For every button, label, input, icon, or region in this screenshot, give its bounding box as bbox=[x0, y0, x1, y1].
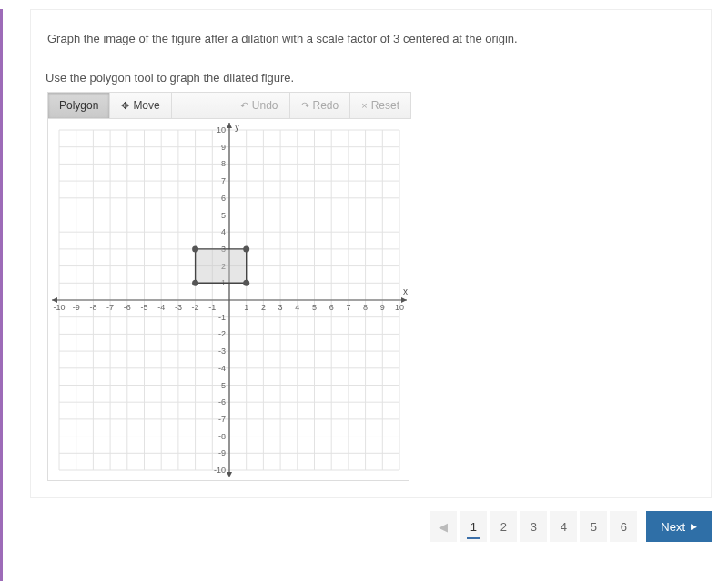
svg-text:-6: -6 bbox=[124, 303, 131, 312]
page-button-5[interactable]: 5 bbox=[580, 511, 607, 542]
footer-nav: ◀ 123456 Next ▶ bbox=[5, 511, 712, 542]
svg-text:7: 7 bbox=[221, 176, 226, 185]
redo-button[interactable]: ↷ Redo bbox=[290, 93, 351, 118]
page-button-1[interactable]: 1 bbox=[460, 511, 487, 542]
reset-label: Reset bbox=[371, 99, 399, 112]
svg-text:y: y bbox=[235, 122, 239, 132]
vertex-point[interactable] bbox=[192, 280, 198, 286]
svg-marker-47 bbox=[227, 472, 232, 477]
svg-text:4: 4 bbox=[295, 303, 299, 312]
move-icon: ✥ bbox=[121, 100, 129, 112]
reset-button[interactable]: × Reset bbox=[350, 93, 410, 118]
svg-text:-4: -4 bbox=[157, 303, 165, 312]
question-panel: Graph the image of the figure after a di… bbox=[30, 9, 712, 498]
svg-text:-10: -10 bbox=[53, 303, 65, 312]
vertex-point[interactable] bbox=[243, 245, 249, 252]
page-button-3[interactable]: 3 bbox=[520, 511, 547, 542]
svg-text:-5: -5 bbox=[218, 381, 226, 390]
svg-text:5: 5 bbox=[221, 211, 226, 220]
svg-text:-9: -9 bbox=[218, 448, 226, 457]
page-button-2[interactable]: 2 bbox=[490, 511, 517, 542]
redo-icon: ↷ bbox=[301, 100, 309, 112]
redo-label: Redo bbox=[313, 99, 339, 112]
svg-text:10: 10 bbox=[217, 125, 226, 135]
svg-text:-9: -9 bbox=[73, 303, 80, 312]
svg-text:7: 7 bbox=[346, 303, 350, 312]
svg-text:-2: -2 bbox=[192, 303, 199, 312]
svg-text:6: 6 bbox=[329, 303, 334, 312]
move-label: Move bbox=[133, 99, 159, 112]
svg-text:-10: -10 bbox=[214, 466, 226, 475]
polygon-tool-button[interactable]: Polygon bbox=[48, 93, 110, 118]
next-button[interactable]: Next ▶ bbox=[646, 511, 712, 542]
svg-text:-4: -4 bbox=[218, 364, 226, 373]
svg-text:-8: -8 bbox=[218, 432, 226, 441]
vertex-point[interactable] bbox=[192, 245, 198, 252]
graph-tool: Polygon ✥ Move ↶ Undo ↷ Redo × Reset bbox=[47, 92, 411, 481]
svg-text:9: 9 bbox=[380, 303, 385, 312]
svg-text:3: 3 bbox=[278, 303, 283, 312]
svg-text:-3: -3 bbox=[175, 303, 182, 312]
svg-text:x: x bbox=[403, 286, 408, 296]
svg-text:-7: -7 bbox=[218, 415, 226, 424]
svg-text:-1: -1 bbox=[218, 313, 226, 322]
prev-page-button[interactable]: ◀ bbox=[430, 511, 457, 542]
svg-text:6: 6 bbox=[221, 194, 226, 203]
next-label: Next bbox=[661, 520, 685, 534]
undo-label: Undo bbox=[252, 99, 278, 112]
question-text: Graph the image of the figure after a di… bbox=[47, 32, 694, 45]
move-tool-button[interactable]: ✥ Move bbox=[110, 93, 171, 118]
page-button-4[interactable]: 4 bbox=[550, 511, 577, 542]
preimage-polygon[interactable] bbox=[196, 249, 247, 283]
pager: ◀ 123456 bbox=[430, 511, 637, 542]
svg-text:1: 1 bbox=[244, 303, 248, 312]
svg-text:-6: -6 bbox=[218, 397, 226, 406]
next-icon: ▶ bbox=[691, 522, 697, 531]
svg-text:8: 8 bbox=[363, 303, 368, 312]
svg-text:-3: -3 bbox=[218, 346, 226, 356]
svg-text:4: 4 bbox=[221, 227, 226, 236]
svg-text:10: 10 bbox=[395, 303, 404, 312]
svg-marker-46 bbox=[227, 123, 232, 128]
svg-text:8: 8 bbox=[221, 159, 226, 168]
svg-text:9: 9 bbox=[221, 143, 226, 152]
svg-text:-2: -2 bbox=[218, 329, 226, 338]
graph-toolbar: Polygon ✥ Move ↶ Undo ↷ Redo × Reset bbox=[47, 92, 411, 119]
svg-text:-5: -5 bbox=[140, 303, 147, 312]
coordinate-plane[interactable]: -10-9-8-7-6-5-4-3-2-112345678910-10-9-8-… bbox=[47, 119, 410, 481]
svg-text:-8: -8 bbox=[89, 303, 96, 312]
vertex-point[interactable] bbox=[243, 280, 249, 286]
svg-text:2: 2 bbox=[261, 303, 266, 312]
polygon-label: Polygon bbox=[59, 99, 98, 112]
svg-text:5: 5 bbox=[312, 303, 317, 312]
reset-icon: × bbox=[361, 100, 367, 111]
undo-button[interactable]: ↶ Undo bbox=[229, 93, 290, 118]
svg-text:-1: -1 bbox=[208, 303, 216, 312]
instruction-text: Use the polygon tool to graph the dilate… bbox=[46, 71, 694, 85]
undo-icon: ↶ bbox=[240, 100, 248, 112]
svg-text:-7: -7 bbox=[106, 303, 114, 312]
page-button-6[interactable]: 6 bbox=[610, 511, 637, 542]
